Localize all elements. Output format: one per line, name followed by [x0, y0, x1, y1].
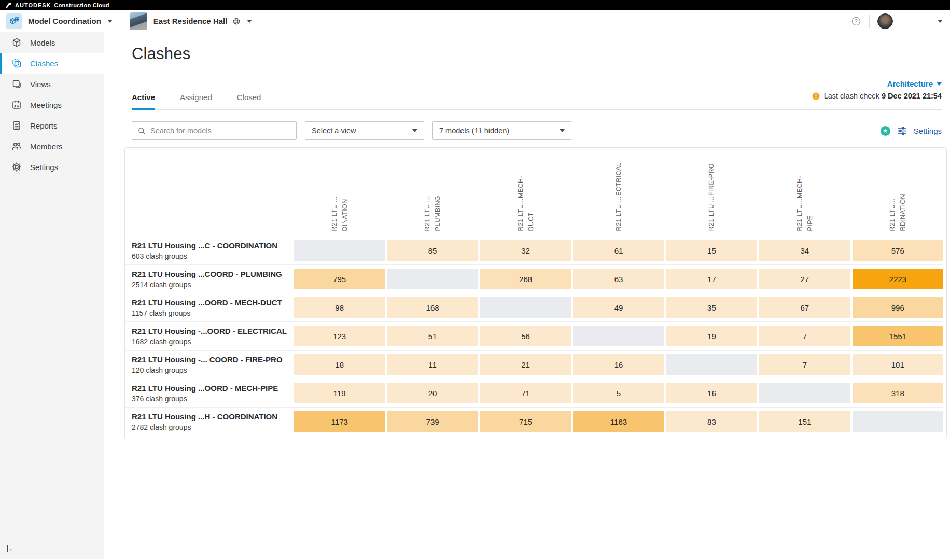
- search-input[interactable]: [150, 127, 291, 135]
- sliders-icon[interactable]: [897, 127, 907, 135]
- discipline-filter[interactable]: Architecture: [887, 79, 942, 88]
- clash-cell[interactable]: 739: [387, 411, 478, 432]
- autodesk-logo-icon: [5, 3, 12, 8]
- matrix-settings-button[interactable]: Settings: [914, 127, 942, 135]
- matrix-row: R21 LTU Housing ...H - COORDINATION2782 …: [125, 407, 943, 436]
- clash-cell[interactable]: 15: [666, 240, 757, 261]
- clash-cell[interactable]: 61: [573, 240, 664, 261]
- model-label: R21 LTU Housing -...OORD - ELECTRICAL168…: [125, 326, 292, 346]
- app-header: Model Coordination East Residence Hall ?: [0, 10, 950, 32]
- clash-cell[interactable]: 5: [573, 383, 664, 403]
- model-label: R21 LTU Housing -... COORD - FIRE-PRO120…: [125, 354, 292, 375]
- clash-cell[interactable]: 27: [759, 269, 850, 289]
- clash-cell[interactable]: 16: [573, 354, 664, 375]
- sidebar-item-views[interactable]: Views: [0, 74, 104, 94]
- clash-cell[interactable]: 576: [853, 240, 943, 261]
- tab-active[interactable]: Active: [132, 87, 155, 110]
- model-name: R21 LTU Housing ...C - COORDINATION: [132, 241, 292, 250]
- sidebar: ModelsClashesViewsMeetingsReportsMembers…: [0, 32, 104, 559]
- sidebar-item-reports[interactable]: Reports: [0, 115, 104, 136]
- clash-cell[interactable]: 98: [294, 297, 385, 318]
- matrix-column-header: R21 LTU... RDINATION: [853, 148, 943, 236]
- clash-cell[interactable]: 168: [387, 297, 478, 318]
- help-button[interactable]: ?: [851, 16, 861, 26]
- clash-cell[interactable]: 715: [480, 411, 571, 432]
- sidebar-item-clashes[interactable]: Clashes: [0, 53, 104, 74]
- report-icon: [11, 120, 22, 131]
- sidebar-item-members[interactable]: Members: [0, 136, 104, 157]
- whats-new-badge[interactable]: ★: [881, 126, 890, 136]
- product-switcher[interactable]: Model Coordination: [22, 17, 113, 25]
- sidebar-nav: ModelsClashesViewsMeetingsReportsMembers…: [0, 32, 104, 177]
- clash-cell[interactable]: 35: [666, 297, 757, 318]
- clash-cell[interactable]: 16: [666, 383, 757, 403]
- clash-cell[interactable]: 83: [666, 411, 757, 432]
- matrix-column-header: R21 LTU ... DINATION: [294, 148, 385, 236]
- clash-cell[interactable]: 63: [573, 269, 664, 289]
- clash-cell[interactable]: 151: [759, 411, 850, 432]
- chevron-down-icon: [937, 82, 942, 86]
- clash-cell[interactable]: 795: [294, 269, 385, 289]
- clash-cell[interactable]: 318: [853, 383, 943, 403]
- clash-cell[interactable]: 101: [853, 354, 943, 375]
- clash-cell[interactable]: 32: [480, 240, 571, 261]
- clash-icon: [11, 58, 22, 68]
- clash-group-count: 2782 clash groups: [132, 423, 292, 431]
- view-select[interactable]: Select a view: [305, 121, 424, 140]
- clash-cell[interactable]: 18: [294, 354, 385, 375]
- clash-cell[interactable]: 7: [759, 326, 850, 346]
- clash-cell[interactable]: 85: [387, 240, 478, 261]
- title-divider: [132, 77, 942, 77]
- matrix-row: R21 LTU Housing -... COORD - FIRE-PRO120…: [125, 350, 943, 379]
- clash-cell[interactable]: 1551: [853, 326, 943, 346]
- clash-cell[interactable]: 71: [480, 383, 571, 403]
- models-select[interactable]: 7 models (11 hidden): [432, 121, 571, 140]
- clash-cell[interactable]: 20: [387, 383, 478, 403]
- model-name: R21 LTU Housing ...H - COORDINATION: [132, 412, 292, 421]
- clash-cell[interactable]: 49: [573, 297, 664, 318]
- sidebar-item-models[interactable]: Models: [0, 32, 104, 53]
- clash-cell[interactable]: 34: [759, 240, 850, 261]
- clash-cell[interactable]: 19: [666, 326, 757, 346]
- matrix-column-header: R21 LTU ... PLUMBING: [387, 148, 478, 236]
- chevron-down-icon: [412, 129, 417, 132]
- clash-cell[interactable]: 51: [387, 326, 478, 346]
- sidebar-item-settings[interactable]: Settings: [0, 157, 104, 177]
- diagonal-cell: [759, 383, 850, 403]
- clash-cell[interactable]: 1163: [573, 411, 664, 432]
- clash-cell[interactable]: 67: [759, 297, 850, 318]
- header-divider: [869, 15, 870, 28]
- globe-icon: [232, 17, 241, 25]
- clash-cell[interactable]: 11: [387, 354, 478, 375]
- tab-assigned[interactable]: Assigned: [180, 87, 212, 110]
- diagonal-cell: [387, 269, 478, 289]
- model-search[interactable]: [132, 121, 297, 140]
- sidebar-item-label: Views: [30, 80, 51, 89]
- clash-cell[interactable]: 56: [480, 326, 571, 346]
- brand-suffix: Construction Cloud: [54, 2, 109, 8]
- clash-cell[interactable]: 2223: [853, 269, 943, 289]
- sidebar-item-meetings[interactable]: Meetings: [0, 94, 104, 115]
- model-name: R21 LTU Housing ...COORD - PLUMBING: [132, 270, 292, 278]
- top-brand-bar: AUTODESK Construction Cloud: [0, 0, 950, 10]
- avatar[interactable]: [877, 13, 893, 29]
- project-switcher[interactable]: East Residence Hall: [130, 12, 253, 30]
- clash-cell[interactable]: 21: [480, 354, 571, 375]
- clash-cell[interactable]: 7: [759, 354, 850, 375]
- clash-group-count: 120 clash groups: [132, 366, 292, 374]
- sidebar-item-label: Members: [30, 142, 63, 151]
- clash-cell[interactable]: 123: [294, 326, 385, 346]
- clash-cell[interactable]: 1173: [294, 411, 385, 432]
- svg-text:?: ?: [855, 18, 858, 24]
- calendar-icon: [11, 100, 22, 110]
- collapse-sidebar-button[interactable]: ←: [7, 544, 17, 553]
- clash-cell[interactable]: 17: [666, 269, 757, 289]
- diagonal-cell: [853, 411, 943, 432]
- clash-cell[interactable]: 268: [480, 269, 571, 289]
- account-menu-caret[interactable]: [938, 20, 943, 23]
- clash-cell[interactable]: 996: [853, 297, 943, 318]
- matrix-column-header: R21 LTU ...ECTRICAL: [573, 148, 664, 236]
- tab-closed[interactable]: Closed: [237, 87, 261, 110]
- clash-cell[interactable]: 119: [294, 383, 385, 403]
- views-icon: [11, 79, 22, 89]
